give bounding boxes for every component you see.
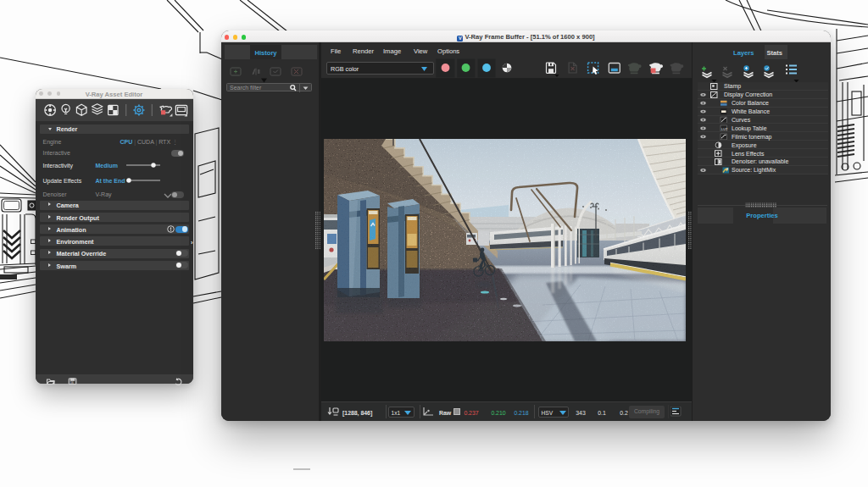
svg-text:16: 16: [70, 380, 73, 384]
